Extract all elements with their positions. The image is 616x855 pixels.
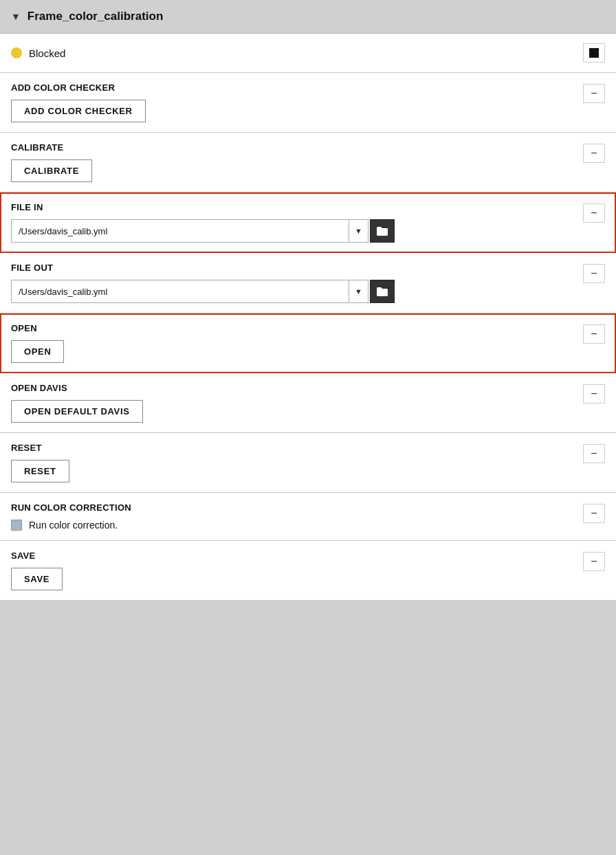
folder-icon xyxy=(376,226,388,236)
file-in-minus-button[interactable]: − xyxy=(583,203,605,223)
open-section: OPEN OPEN − xyxy=(0,313,616,373)
file-in-side: − xyxy=(572,202,605,223)
save-content: SAVE SAVE xyxy=(11,551,572,590)
status-label: Blocked xyxy=(29,47,65,59)
run-color-correction-side: − xyxy=(572,502,605,523)
file-out-folder-button[interactable] xyxy=(370,280,395,303)
calibrate-section: CALIBRATE CALIBRATE − xyxy=(0,133,616,192)
add-color-checker-button[interactable]: ADD COLOR CHECKER xyxy=(11,100,146,122)
open-content: OPEN OPEN xyxy=(11,323,572,363)
file-in-dropdown[interactable]: /Users/davis_calib.yml ▼ xyxy=(11,219,368,243)
run-color-correction-checkbox-row: Run color correction. xyxy=(11,520,572,531)
run-color-correction-section: RUN COLOR CORRECTION Run color correctio… xyxy=(0,493,616,541)
calibrate-button[interactable]: CALIBRATE xyxy=(11,159,92,182)
reset-side: − xyxy=(572,443,605,463)
file-out-side: − xyxy=(572,263,605,283)
file-in-label: FILE IN xyxy=(11,202,572,212)
file-in-section: FILE IN /Users/davis_calib.yml ▼ − xyxy=(0,192,616,253)
open-davis-minus-button[interactable]: − xyxy=(583,384,605,403)
file-in-row: /Users/davis_calib.yml ▼ xyxy=(11,219,572,243)
run-color-correction-content: RUN COLOR CORRECTION Run color correctio… xyxy=(11,502,572,531)
open-minus-button[interactable]: − xyxy=(583,324,605,344)
add-color-checker-content: ADD COLOR CHECKER ADD COLOR CHECKER xyxy=(11,82,572,122)
save-label: SAVE xyxy=(11,551,572,561)
file-in-dropdown-arrow-icon[interactable]: ▼ xyxy=(349,220,368,242)
calibrate-label: CALIBRATE xyxy=(11,142,572,153)
file-out-label: FILE OUT xyxy=(11,263,572,273)
add-color-checker-side: − xyxy=(572,82,605,103)
open-davis-content: OPEN DAVIS OPEN DEFAULT DAVIS xyxy=(11,383,572,423)
calibrate-minus-button[interactable]: − xyxy=(583,144,605,163)
add-color-checker-label: ADD COLOR CHECKER xyxy=(11,82,572,93)
status-content: Blocked xyxy=(11,47,65,59)
save-button[interactable]: SAVE xyxy=(11,568,63,590)
reset-button[interactable]: RESET xyxy=(11,460,69,482)
reset-content: RESET RESET xyxy=(11,443,572,482)
file-out-section: FILE OUT /Users/davis_calib.yml ▼ − xyxy=(0,253,616,313)
add-color-checker-minus-button[interactable]: − xyxy=(583,84,605,103)
file-in-content: FILE IN /Users/davis_calib.yml ▼ xyxy=(11,202,572,243)
run-color-correction-checkbox[interactable] xyxy=(11,520,22,531)
file-out-dropdown[interactable]: /Users/davis_calib.yml ▼ xyxy=(11,280,368,303)
open-davis-side: − xyxy=(572,383,605,403)
file-in-folder-button[interactable] xyxy=(370,219,395,243)
folder-icon xyxy=(376,287,388,297)
stop-icon xyxy=(589,48,599,58)
panel-header: ▼ Frame_color_calibration xyxy=(0,0,616,34)
panel-title: Frame_color_calibration xyxy=(28,10,163,23)
open-davis-section: OPEN DAVIS OPEN DEFAULT DAVIS − xyxy=(0,373,616,433)
reset-label: RESET xyxy=(11,443,572,453)
reset-minus-button[interactable]: − xyxy=(583,444,605,463)
file-out-dropdown-arrow-icon[interactable]: ▼ xyxy=(349,280,368,302)
file-out-value: /Users/davis_calib.yml xyxy=(12,287,349,297)
run-color-correction-label: RUN COLOR CORRECTION xyxy=(11,502,572,513)
save-section: SAVE SAVE − xyxy=(0,541,616,601)
open-davis-label: OPEN DAVIS xyxy=(11,383,572,393)
open-button[interactable]: OPEN xyxy=(11,340,64,363)
open-side: − xyxy=(572,323,605,344)
status-dot-icon xyxy=(11,47,22,58)
calibrate-side: − xyxy=(572,142,605,163)
collapse-arrow-icon[interactable]: ▼ xyxy=(11,11,21,22)
status-stop-button[interactable] xyxy=(583,43,605,63)
file-out-content: FILE OUT /Users/davis_calib.yml ▼ xyxy=(11,263,572,303)
status-row: Blocked xyxy=(0,34,616,73)
calibrate-content: CALIBRATE CALIBRATE xyxy=(11,142,572,182)
file-in-value: /Users/davis_calib.yml xyxy=(12,226,349,236)
run-color-correction-checkbox-label: Run color correction. xyxy=(29,520,118,531)
run-color-correction-minus-button[interactable]: − xyxy=(583,504,605,523)
file-out-minus-button[interactable]: − xyxy=(583,264,605,283)
save-minus-button[interactable]: − xyxy=(583,552,605,571)
save-side: − xyxy=(572,551,605,571)
reset-section: RESET RESET − xyxy=(0,433,616,493)
open-davis-button[interactable]: OPEN DEFAULT DAVIS xyxy=(11,400,143,423)
open-label: OPEN xyxy=(11,323,572,333)
add-color-checker-section: ADD COLOR CHECKER ADD COLOR CHECKER − xyxy=(0,73,616,133)
file-out-row: /Users/davis_calib.yml ▼ xyxy=(11,280,572,303)
